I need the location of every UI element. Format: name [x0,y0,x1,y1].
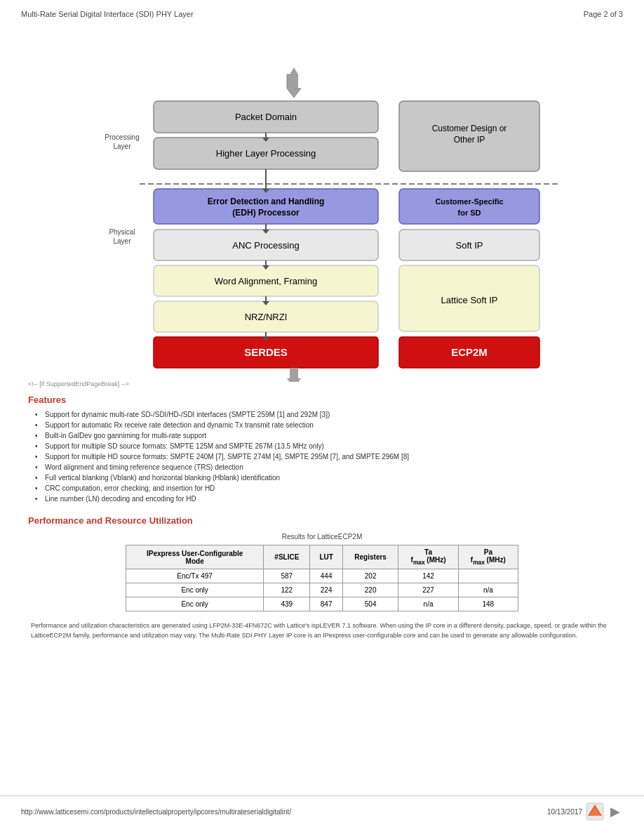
page-footer: http://www.latticesemi.com/products/inte… [0,795,644,827]
document-title: Multi-Rate Serial Digital Interface (SDI… [21,10,194,18]
svg-text:for SD: for SD [458,208,481,217]
footer-url: http://www.latticesemi.com/products/inte… [21,808,291,816]
svg-text:Physical: Physical [109,228,135,236]
svg-text:ECP2M: ECP2M [451,346,488,358]
svg-text:ANC Processing: ANC Processing [232,240,299,251]
features-title: Features [28,395,616,405]
feature-item: Built-in GalDev goo ganniming for multi-… [35,432,616,439]
svg-text:Lattice Soft IP: Lattice Soft IP [441,295,498,305]
row-slice: 122 [264,583,310,597]
row-pa [458,569,518,583]
row-lut: 847 [310,597,342,611]
svg-text:Processing: Processing [105,133,139,141]
feature-item: Full vertical blanking (Vblank) and hori… [35,474,616,482]
svg-text:Soft IP: Soft IP [455,240,483,251]
features-list: Support for dynamic multi-rate SD-/SDI/H… [28,411,616,503]
nav-arrow[interactable]: ▶ [608,804,623,819]
page-header: Multi-Rate Serial Digital Interface (SDI… [0,0,644,24]
performance-table: IPexpress User-ConfigurableMode #SLICE L… [126,545,518,611]
svg-marker-2 [290,67,298,74]
feature-item: CRC computation, error checking, and ins… [35,484,616,492]
row-mode: Enc/Tx 497 [126,569,264,583]
row-lut: 444 [310,569,342,583]
col-header-lut: LUT [310,545,342,569]
footer-logo-area: 10/13/2017 ▶ [547,802,623,821]
feature-item: Line number (LN) decoding and encoding f… [35,495,616,503]
row-slice: 439 [264,597,310,611]
architecture-diagram: Processing Layer Physical Layer Packet D… [83,31,561,382]
features-section: Features Support for dynamic multi-rate … [21,395,623,503]
performance-section: Performance and Resource Utilization Res… [21,515,623,640]
svg-text:Customer-Specific: Customer-Specific [435,197,503,206]
table-row: Enc/Tx 497 587 444 202 142 [126,569,518,583]
col-header-ta: Tafmax (MHz) [398,545,458,569]
row-pa: 148 [458,597,518,611]
page-number: Page 2 of 3 [584,10,623,18]
svg-text:Layer: Layer [113,237,131,245]
diagram-container: Processing Layer Physical Layer Packet D… [21,31,623,375]
col-header-pa: Pafmax (MHz) [458,545,518,569]
row-regs: 220 [342,583,398,597]
diagram-svg: Processing Layer Physical Layer Packet D… [83,31,561,375]
row-ta: n/a [398,597,458,611]
svg-text:Layer: Layer [113,143,131,150]
perf-table-wrapper: Results for LatticeECP2M IPexpress User-… [28,533,616,611]
row-mode: Enc only [126,583,264,597]
row-pa: n/a [458,583,518,597]
footer-date: 10/13/2017 [547,808,582,816]
svg-text:Error Detection and Handling: Error Detection and Handling [208,197,325,206]
row-lut: 224 [310,583,342,597]
performance-title: Performance and Resource Utilization [28,515,616,526]
svg-text:(EDH) Processor: (EDH) Processor [232,208,300,218]
feature-item: Word alignment and timing reference sequ… [35,463,616,471]
table-row: Enc only 439 847 504 n/a 148 [126,597,518,611]
main-content: Processing Layer Physical Layer Packet D… [0,31,644,640]
feature-item: Support for automatic Rx receive rate de… [35,421,616,429]
col-header-registers: Registers [342,545,398,569]
row-slice: 587 [264,569,310,583]
svg-marker-48 [287,378,301,382]
svg-rect-38 [399,189,539,224]
lattice-logo-icon [585,802,605,821]
svg-text:Customer Design or: Customer Design or [432,124,507,133]
svg-text:Word Alignment, Framing: Word Alignment, Framing [215,276,317,286]
col-header-mode: IPexpress User-ConfigurableMode [126,545,264,569]
row-ta: 227 [398,583,458,597]
col-header-slice: #SLICE [264,545,310,569]
svg-text:Other IP: Other IP [454,135,485,145]
svg-rect-12 [154,189,378,224]
row-mode: Enc only [126,597,264,611]
feature-item: Support for multiple SD source formats: … [35,442,616,450]
perf-table-subtitle: Results for LatticeECP2M [282,533,363,541]
performance-note: Performance and utilization characterist… [28,621,616,640]
row-regs: 504 [342,597,398,611]
svg-text:Higher Layer Processing: Higher Layer Processing [216,148,316,159]
svg-text:NRZ/NRZI: NRZ/NRZI [245,312,288,322]
svg-text:SERDES: SERDES [244,346,288,358]
feature-item: Support for multiple HD source formats: … [35,453,616,461]
table-header-row: IPexpress User-ConfigurableMode #SLICE L… [126,545,518,569]
row-ta: 142 [398,569,458,583]
row-regs: 202 [342,569,398,583]
feature-item: Support for dynamic multi-rate SD-/SDI/H… [35,411,616,418]
table-row: Enc only 122 224 220 227 n/a [126,583,518,597]
svg-text:Packet Domain: Packet Domain [235,112,297,122]
